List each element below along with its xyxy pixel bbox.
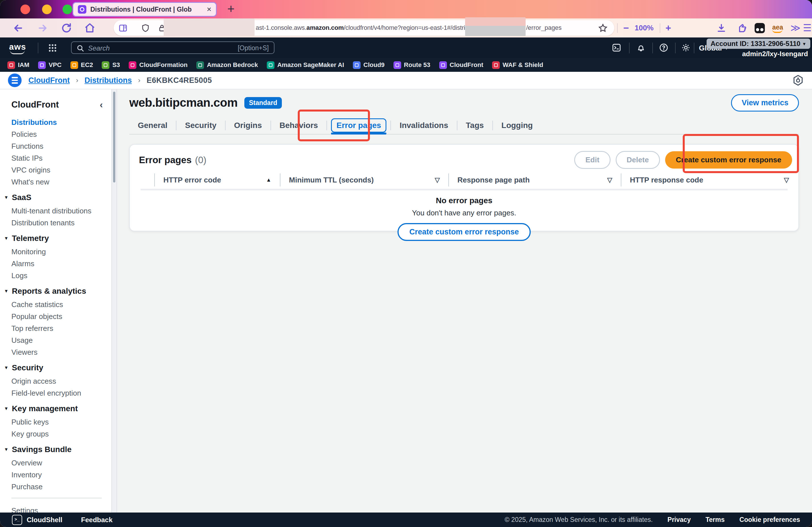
bookmark-s3[interactable]: S3 xyxy=(102,61,120,69)
column-http-error-code[interactable]: HTTP error code▲ xyxy=(155,174,280,186)
footer-privacy-link[interactable]: Privacy xyxy=(667,516,691,524)
footer-terms-link[interactable]: Terms xyxy=(706,516,725,524)
amazon-extension-icon[interactable]: aea xyxy=(772,24,783,31)
sidebar-item-cache-statistics[interactable]: Cache statistics xyxy=(11,301,104,308)
browser-tab[interactable]: Distributions | CloudFront | Glob × xyxy=(72,2,217,17)
downloads-icon[interactable] xyxy=(716,23,727,33)
zoom-in-button[interactable]: + xyxy=(665,22,671,33)
shield-icon[interactable] xyxy=(141,23,150,33)
notifications-bell-icon[interactable] xyxy=(636,43,647,54)
sidebar-item-monitoring[interactable]: Monitoring xyxy=(11,248,104,255)
tab-general[interactable]: General xyxy=(138,117,167,134)
account-id-dropdown[interactable]: Account ID: 1331-2906-5110▼ xyxy=(707,39,810,49)
zoom-out-button[interactable]: − xyxy=(623,22,629,33)
sidebar-scrollbar[interactable] xyxy=(111,89,117,513)
sidebar-item-key-groups[interactable]: Key groups xyxy=(11,430,104,438)
edit-button[interactable]: Edit xyxy=(574,151,610,169)
sidebar-group-heading[interactable]: ▼Security xyxy=(4,363,104,372)
sidebar-item-alarms[interactable]: Alarms xyxy=(11,260,104,267)
macos-zoom-button[interactable] xyxy=(62,4,72,14)
tab-logging[interactable]: Logging xyxy=(502,117,533,134)
filter-icon[interactable]: ▽ xyxy=(607,176,612,184)
home-icon[interactable] xyxy=(84,22,96,34)
macos-close-button[interactable] xyxy=(20,4,30,14)
footer-cloudshell-link[interactable]: CloudShell xyxy=(27,516,62,524)
extension-icon[interactable] xyxy=(755,23,765,33)
breadcrumb-distributions-link[interactable]: Distributions xyxy=(84,76,132,85)
cloudshell-terminal-icon[interactable] xyxy=(611,43,622,54)
sidebar-item-vpc-origins[interactable]: VPC origins xyxy=(11,166,104,174)
sidebar-item-functions[interactable]: Functions xyxy=(11,142,104,150)
sidebar-item-inventory[interactable]: Inventory xyxy=(11,471,104,479)
bookmark-cloudfront[interactable]: CloudFront xyxy=(439,61,483,69)
macos-minimize-button[interactable] xyxy=(42,4,52,14)
sidebar-collapse-icon[interactable]: ‹ xyxy=(100,99,103,110)
column-http-response-code[interactable]: HTTP response code▽ xyxy=(621,174,798,186)
sidebar-item-purchase[interactable]: Purchase xyxy=(11,483,104,491)
bookmark-sagemaker[interactable]: Amazon SageMaker AI xyxy=(267,61,344,69)
zoom-level[interactable]: 100% xyxy=(635,24,654,32)
bookmark-ec2[interactable]: EC2 xyxy=(71,61,93,69)
sidebar-group-heading[interactable]: ▼Key management xyxy=(4,404,104,413)
tab-close-icon[interactable]: × xyxy=(207,5,212,13)
sidebar-item-origin-access[interactable]: Origin access xyxy=(11,377,104,385)
sidebar-item-public-keys[interactable]: Public keys xyxy=(11,418,104,426)
sidebar-group-heading[interactable]: ▼Savings Bundle xyxy=(4,445,104,454)
help-icon[interactable] xyxy=(658,43,669,54)
sidebar-item-static-ips[interactable]: Static IPs xyxy=(11,154,104,162)
sidebar-item-usage[interactable]: Usage xyxy=(11,336,104,344)
column-minimum-ttl[interactable]: Minimum TTL (seconds)▽ xyxy=(280,174,449,186)
sidebar-item-distribution-tenants[interactable]: Distribution tenants xyxy=(11,219,104,226)
sidebar-item-viewers[interactable]: Viewers xyxy=(11,348,104,356)
bookmark-cloudformation[interactable]: CloudFormation xyxy=(129,61,188,69)
sidebar-item-policies[interactable]: Policies xyxy=(11,131,104,138)
delete-button[interactable]: Delete xyxy=(616,151,660,169)
sidebar-item-distributions[interactable]: Distributions xyxy=(11,119,104,126)
filter-icon[interactable]: ▽ xyxy=(784,176,789,184)
forward-icon[interactable] xyxy=(37,22,48,34)
sidebar-group-heading[interactable]: ▼Reports & analytics xyxy=(4,287,104,296)
new-tab-button[interactable]: + xyxy=(227,2,235,16)
reader-view-icon[interactable] xyxy=(118,23,128,33)
account-username[interactable]: admin2/lxy-Isengard xyxy=(742,50,808,58)
sidebar-group-heading[interactable]: ▼SaaS xyxy=(4,193,104,202)
aws-search-input[interactable]: Search [Option+S] xyxy=(71,42,274,54)
scrollbar-thumb[interactable] xyxy=(113,92,115,182)
sidebar-item-field-level-encryption[interactable]: Field-level encryption xyxy=(11,389,104,397)
reload-icon[interactable] xyxy=(61,22,72,34)
gear-icon[interactable] xyxy=(681,43,692,54)
bookmark-bedrock[interactable]: Amazon Bedrock xyxy=(196,61,258,69)
sort-ascending-icon[interactable]: ▲ xyxy=(266,177,271,183)
side-menu-hamburger-icon[interactable] xyxy=(8,74,21,87)
save-to-pocket-icon[interactable] xyxy=(736,23,747,33)
back-icon[interactable] xyxy=(13,22,24,34)
footer-cookie-preferences-link[interactable]: Cookie preferences xyxy=(740,516,800,524)
tab-tags[interactable]: Tags xyxy=(466,117,484,134)
filter-icon[interactable]: ▽ xyxy=(435,176,440,184)
sidebar-group-heading[interactable]: ▼Telemetry xyxy=(4,234,104,243)
tab-invalidations[interactable]: Invalidations xyxy=(400,117,448,134)
sidebar-item-top-referrers[interactable]: Top referrers xyxy=(11,325,104,332)
bookmark-route53[interactable]: Route 53 xyxy=(393,61,431,69)
column-response-page-path[interactable]: Response page path▽ xyxy=(449,174,621,186)
create-custom-error-response-secondary-button[interactable]: Create custom error response xyxy=(397,223,531,241)
tab-origins[interactable]: Origins xyxy=(234,117,262,134)
breadcrumb-cloudfront-link[interactable]: CloudFront xyxy=(28,76,70,85)
aws-logo[interactable]: aws xyxy=(9,42,26,52)
view-metrics-button[interactable]: View metrics xyxy=(731,94,799,111)
notifications-hexagon-icon[interactable] xyxy=(792,74,804,86)
sidebar-item-overview[interactable]: Overview xyxy=(11,459,104,467)
tab-security[interactable]: Security xyxy=(185,117,217,134)
sidebar-item-settings[interactable]: Settings xyxy=(11,506,104,513)
services-grid-icon[interactable] xyxy=(48,43,59,54)
sidebar-item-multi-tenant-distributions[interactable]: Multi-tenant distributions xyxy=(11,207,104,214)
sidebar-item-popular-objects[interactable]: Popular objects xyxy=(11,313,104,320)
bookmark-iam[interactable]: IAM xyxy=(8,61,29,69)
bookmark-waf-shield[interactable]: WAF & Shield xyxy=(492,61,543,69)
sidebar-item-whats-new[interactable]: What's new xyxy=(11,178,104,185)
bookmark-star-icon[interactable] xyxy=(598,23,608,33)
bookmark-vpc[interactable]: VPC xyxy=(38,61,61,69)
sidebar-item-logs[interactable]: Logs xyxy=(11,272,104,279)
footer-feedback-link[interactable]: Feedback xyxy=(81,516,113,524)
toolbar-overflow-icon[interactable]: ≫ xyxy=(791,22,801,33)
